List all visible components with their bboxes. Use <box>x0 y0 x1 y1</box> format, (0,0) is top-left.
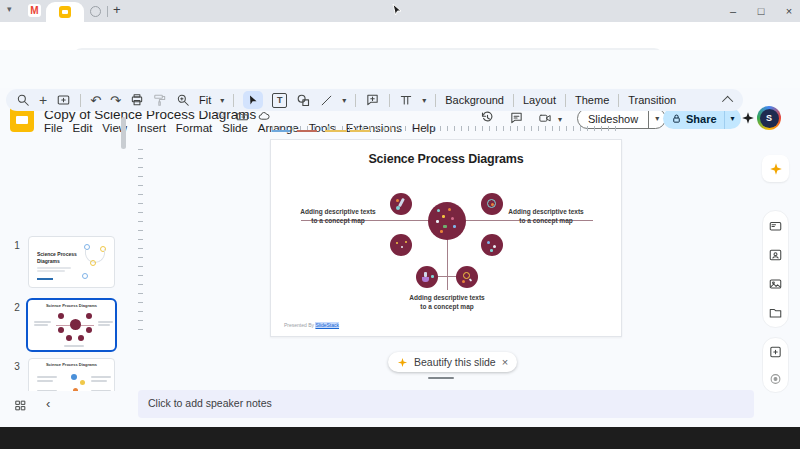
concept-node-magnifier[interactable] <box>456 266 478 288</box>
slide-canvas[interactable]: Science Process Diagrams <box>270 139 622 337</box>
node-icon-detail <box>431 275 434 278</box>
account-avatar-glyph: S <box>760 109 779 128</box>
folder-icon[interactable] <box>768 306 783 320</box>
add-box-icon[interactable] <box>768 345 783 359</box>
node-icon-detail <box>443 225 447 228</box>
menu-insert[interactable]: Insert <box>137 122 166 134</box>
shapes-icon[interactable] <box>296 93 311 108</box>
background-button[interactable]: Background <box>445 94 504 106</box>
thumb-text-placeholder <box>37 270 65 272</box>
contact-card-icon[interactable] <box>768 219 783 233</box>
menu-slide[interactable]: Slide <box>222 122 248 134</box>
node-icon-detail <box>396 242 398 244</box>
slide-title[interactable]: Science Process Diagrams <box>271 152 621 166</box>
image-share-icon[interactable] <box>768 277 783 291</box>
slide-thumbnail-3[interactable]: Science Process Diagrams <box>28 358 115 391</box>
concept-node-flask[interactable] <box>416 266 438 288</box>
ruler-mark-yellow <box>325 130 347 132</box>
window-minimize-button[interactable]: – <box>726 5 740 17</box>
layout-button[interactable]: Layout <box>523 94 556 106</box>
meet-camera-icon[interactable] <box>537 112 553 125</box>
insert-comment-icon[interactable] <box>365 93 380 107</box>
slide-thumbnail-1[interactable]: Science Process Diagrams <box>28 236 115 288</box>
meet-caret-icon[interactable]: ▾ <box>558 115 562 124</box>
share-caret-icon[interactable]: ▾ <box>725 114 741 123</box>
text-align-icon[interactable] <box>399 93 413 107</box>
line-tool-icon[interactable] <box>320 94 333 107</box>
grid-view-icon[interactable] <box>14 399 27 412</box>
thumb-graphic-dot <box>70 319 81 330</box>
concept-node-microscope[interactable] <box>390 193 412 215</box>
thumb2-title: Science Process Diagrams <box>28 303 115 308</box>
quick-add-icon[interactable]: + <box>39 92 47 108</box>
record-icon[interactable] <box>768 372 783 386</box>
align-caret-icon[interactable]: ▾ <box>422 96 426 105</box>
node-icon-detail <box>493 245 496 248</box>
version-history-icon[interactable] <box>480 110 495 125</box>
concept-label-bottom[interactable]: Adding descriptive texts to a concept ma… <box>409 293 485 312</box>
thumb1-title: Science Process Diagrams <box>37 251 77 264</box>
thumb-text-placeholder <box>91 390 111 391</box>
node-icon-detail <box>396 206 400 210</box>
select-tool-button[interactable] <box>243 91 263 109</box>
slide-thumbnail-2-selected[interactable]: Science Process Diagrams <box>26 298 117 352</box>
new-tab-button[interactable]: + <box>113 3 121 16</box>
gemini-sparkle-icon[interactable] <box>741 111 755 125</box>
comments-icon[interactable] <box>509 111 524 125</box>
slideshow-button[interactable]: Slideshow <box>578 113 648 125</box>
line-caret-icon[interactable]: ▾ <box>342 96 346 105</box>
concept-node-central[interactable] <box>428 202 466 240</box>
concept-node-molecule[interactable] <box>481 234 503 256</box>
beautify-close-icon[interactable]: × <box>502 356 508 368</box>
node-icon-detail <box>451 217 454 220</box>
concept-label-right[interactable]: Adding descriptive texts to a concept ma… <box>508 207 584 226</box>
zoom-caret-icon[interactable]: ▾ <box>220 96 224 105</box>
active-tab[interactable] <box>46 2 84 22</box>
filmstrip-scrollbar[interactable] <box>121 117 126 149</box>
thumb-graphic-dot <box>90 260 96 266</box>
notes-resize-handle[interactable] <box>428 377 454 379</box>
collapse-toolbar-chevron-icon[interactable] <box>722 96 733 107</box>
account-avatar[interactable]: S <box>757 106 781 130</box>
tab-divider <box>107 6 108 17</box>
node-icon-detail <box>453 225 456 228</box>
theme-button[interactable]: Theme <box>575 94 609 106</box>
undo-icon[interactable]: ↶ <box>90 93 101 108</box>
menu-format[interactable]: Format <box>176 122 212 134</box>
concept-node-atom[interactable] <box>481 193 503 215</box>
zoom-select[interactable]: Fit <box>199 94 211 106</box>
window-close-button[interactable]: × <box>782 5 796 17</box>
search-icon[interactable] <box>16 93 30 107</box>
collapse-filmstrip-chevron-icon[interactable]: ‹ <box>46 396 50 411</box>
transition-button[interactable]: Transition <box>628 94 676 106</box>
share-button[interactable]: Share <box>682 113 724 125</box>
print-icon[interactable] <box>130 93 144 107</box>
background-tab-favicon[interactable] <box>90 6 101 17</box>
node-icon-detail <box>396 199 399 202</box>
thumb-graphic-dot <box>82 273 88 279</box>
new-slide-icon[interactable] <box>56 93 71 107</box>
zoom-icon[interactable] <box>176 93 190 107</box>
speaker-notes-box[interactable]: Click to add speaker notes <box>138 390 754 418</box>
contacts-icon[interactable] <box>768 248 783 262</box>
redo-icon[interactable]: ↷ <box>110 93 121 108</box>
beautify-this-slide-button[interactable]: Beautify this slide × <box>388 352 517 372</box>
concept-node-constellation[interactable] <box>390 234 412 256</box>
side-panel-gemini-button[interactable] <box>762 155 789 182</box>
tab-search-chevron-icon[interactable]: ▾ <box>7 5 12 14</box>
gmail-tab-favicon[interactable]: M <box>28 4 41 17</box>
thumb-graphic-dot <box>86 313 92 319</box>
thumb-graphic-dot <box>58 327 64 333</box>
filmstrip: 1 Science Process Diagrams 2 Science Pro… <box>0 112 122 391</box>
node-icon-detail <box>490 249 493 252</box>
window-maximize-button[interactable]: □ <box>754 5 768 17</box>
text-box-icon[interactable]: T <box>272 93 287 108</box>
toolbar-divider <box>513 94 514 107</box>
gemini-gold-sparkle-icon <box>769 162 783 176</box>
paint-format-icon[interactable] <box>153 93 167 107</box>
lock-icon <box>671 113 682 124</box>
thumb-graphic-dot <box>86 327 92 333</box>
credit-link[interactable]: SlideStack <box>315 322 339 328</box>
thumb-text-placeholder <box>64 345 84 347</box>
concept-label-left[interactable]: Adding descriptive texts to a concept ma… <box>300 207 376 226</box>
